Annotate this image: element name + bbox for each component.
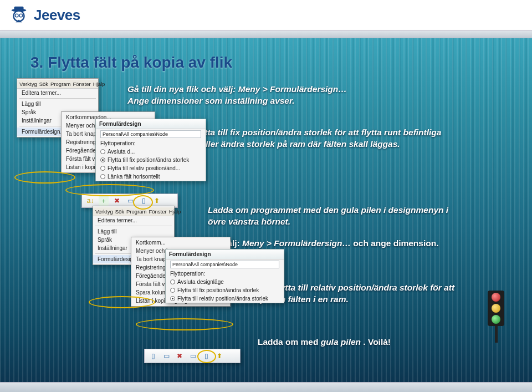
instruction-1: Gå till din nya flik och välj: Meny > Fo… [127, 84, 393, 107]
panel-icon[interactable]: ▯ [148, 351, 158, 361]
opt-link[interactable]: Länka fält horisontellt [108, 174, 160, 180]
opt-exit[interactable]: Avsluta d... [108, 149, 135, 155]
highlight-circle-icon [136, 318, 233, 330]
menu-item[interactable]: Editera termer... [93, 216, 174, 225]
menu-item[interactable]: Editera termer... [17, 89, 98, 97]
label-flyttoperation: Flyttoperation: [96, 139, 206, 147]
instruction-1b: Meny > Formulärdersign… [238, 84, 347, 94]
radio-icon[interactable] [100, 166, 105, 171]
delete-icon[interactable]: ✖ [112, 196, 122, 206]
instruction-3b: gula pilen [341, 205, 381, 215]
panel-icon[interactable]: ▯ [139, 196, 149, 206]
opt-rel[interactable]: Flytta till relativ position/änd... [108, 165, 180, 171]
brand-logo: Jeeves [8, 5, 80, 26]
menubar-item[interactable]: Sök [115, 208, 124, 215]
path-input[interactable]: Personal\All companies\Node [100, 130, 201, 138]
layout-icon[interactable]: ▭ [161, 351, 171, 361]
layout-icon[interactable]: ▭ [125, 196, 135, 206]
opt-fix[interactable]: Flytta till fix position/ändra storlek [108, 157, 189, 163]
opt-rel[interactable]: Flytta till relativ position/ändra storl… [177, 296, 268, 302]
slide-title: 3. Flytta fält på kopia av flik [30, 54, 232, 72]
instruction-4b: Meny > Formulärdersign… [242, 238, 351, 248]
instruction-2: Välj Flytta till fix position/ändra stor… [175, 127, 463, 150]
traffic-light-green-icon [492, 315, 500, 324]
svg-rect-1 [14, 6, 23, 10]
menu-item[interactable]: Lägg till [93, 227, 174, 236]
bottom-divider [0, 382, 532, 392]
opt-exit[interactable]: Avsluta designläge [177, 279, 224, 285]
traffic-light-icon [488, 291, 504, 343]
menu-separator [95, 226, 172, 226]
instruction-6b: gula pilen [321, 337, 361, 347]
dialog-formulardesign-1: Formulärdesign Personal\All companies\No… [95, 119, 206, 181]
menubar-item[interactable]: Hjälp [169, 208, 181, 215]
opt-fix[interactable]: Flytta till fix position/ändra storlek [177, 287, 259, 293]
radio-icon[interactable] [170, 296, 175, 301]
delete-icon[interactable]: ✖ [175, 351, 185, 361]
add-icon[interactable]: ＋ [99, 196, 109, 206]
layout-icon[interactable]: ▭ [188, 351, 198, 361]
instruction-4c: och ange dimension. [353, 238, 438, 248]
instruction-5b: Flytta till relativ position/ändra storl… [273, 283, 428, 292]
panel-icon[interactable]: ▯ [201, 351, 211, 361]
menubar-item[interactable]: Fönster [73, 81, 91, 87]
instruction-2b: Flytta till fix position/ändra storlek [192, 128, 332, 137]
brand-header: Jeeves [0, 0, 532, 30]
instruction-6c: . Voilà! [363, 337, 391, 347]
brand-name: Jeeves [34, 7, 80, 24]
menubar-item[interactable]: Sök [39, 81, 48, 87]
dialog-title: Formulärdesign [166, 250, 284, 259]
menu-item[interactable]: Kortkomm... [131, 238, 230, 247]
instruction-3: Ladda om programmet med den gula pilen i… [208, 205, 457, 228]
instruction-3a: Ladda om programmet med den [208, 205, 341, 215]
sort-az-icon[interactable]: a↓ [85, 196, 95, 206]
label-flyttoperation: Flyttoperation: [166, 269, 284, 278]
menubar-item[interactable]: Program [50, 81, 70, 87]
jeeves-icon [8, 5, 29, 26]
reload-up-arrow-icon[interactable]: ⬆ [152, 196, 162, 206]
menubar-1: Verktyg Sök Program Fönster Hjälp [17, 80, 98, 89]
menu-item[interactable]: Lägg till [17, 100, 98, 108]
traffic-light-red-icon [492, 293, 500, 302]
top-divider [0, 30, 532, 38]
path-input[interactable]: Personal\All companies\Node [170, 261, 279, 268]
slide-content: 3. Flytta fält på kopia av flik Gå till … [0, 38, 532, 382]
radio-icon[interactable] [100, 157, 105, 162]
radio-icon[interactable] [100, 149, 105, 154]
dialog-title: Formulärdesign [96, 119, 206, 129]
instruction-6: Ladda om med gula pilen . Voilà! [258, 337, 452, 348]
menubar-item[interactable]: Program [126, 208, 146, 215]
instruction-5: Välj Flytta till relativ position/ändra … [255, 282, 466, 306]
instruction-1a: Gå till din nya flik och välj: [127, 84, 238, 94]
traffic-light-yellow-icon [492, 304, 500, 313]
menubar-item[interactable]: Fönster [149, 208, 167, 215]
reload-up-arrow-icon[interactable]: ⬆ [214, 351, 224, 361]
menu-separator [19, 98, 96, 99]
radio-icon[interactable] [100, 174, 105, 179]
instruction-1c: Ange dimensioner som inställning avser. [127, 96, 294, 105]
instruction-6a: Ladda om med [258, 337, 321, 347]
highlight-circle-icon [14, 171, 75, 184]
radio-icon[interactable] [170, 279, 175, 284]
menubar-item[interactable]: Verktyg [19, 81, 37, 87]
design-toolbar-2: ▯ ▭ ✖ ▭ ▯ ⬆ [144, 349, 241, 363]
dialog-formulardesign-2: Formulärdesign Personal\All companies\No… [165, 249, 284, 303]
menubar-2: Verktyg Sök Program Fönster Hjälp [93, 207, 174, 216]
menubar-item[interactable]: Verktyg [95, 208, 113, 215]
radio-icon[interactable] [170, 288, 175, 293]
traffic-light-pole-icon [495, 326, 498, 343]
menubar-item[interactable]: Hjälp [93, 81, 105, 87]
instruction-4: Välj: Meny > Formulärdersign… och ange d… [222, 238, 488, 250]
